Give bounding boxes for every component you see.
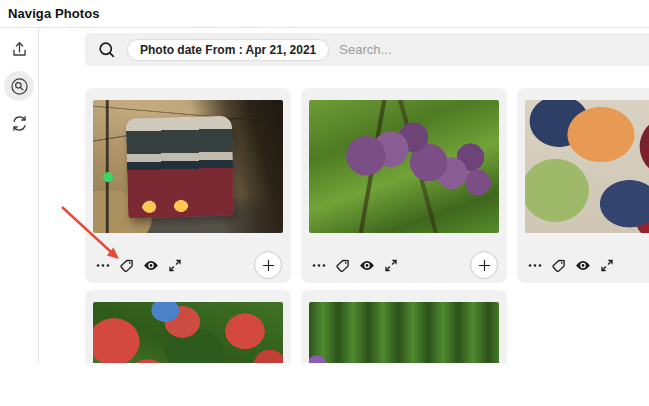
- tag-icon[interactable]: [335, 257, 351, 273]
- add-button[interactable]: [470, 251, 498, 279]
- app-body: Photo date From : Apr 21, 2021: [0, 28, 649, 363]
- photo-grid: [85, 88, 649, 363]
- expand-icon[interactable]: [599, 257, 615, 273]
- photo-thumbnail[interactable]: [309, 100, 499, 233]
- add-button[interactable]: [254, 251, 282, 279]
- sidebar-item-upload[interactable]: [4, 34, 34, 64]
- search-input[interactable]: [339, 42, 649, 57]
- more-options-icon[interactable]: [95, 257, 111, 273]
- photo-card: [301, 290, 507, 363]
- more-options-icon[interactable]: [527, 257, 543, 273]
- sidebar-item-refresh[interactable]: [4, 108, 34, 138]
- photo-thumbnail[interactable]: [93, 302, 283, 363]
- search-icon: [97, 40, 117, 60]
- photo-card: [85, 88, 291, 283]
- photo-card: [301, 88, 507, 283]
- page-title: Naviga Photos: [8, 6, 100, 21]
- photo-thumbnail[interactable]: [309, 302, 499, 363]
- sidebar-rail: [0, 28, 39, 363]
- photo-thumbnail[interactable]: [525, 100, 649, 233]
- filter-chip-photo-date[interactable]: Photo date From : Apr 21, 2021: [127, 39, 329, 61]
- app-window: Naviga Photos: [0, 0, 649, 406]
- card-action-bar: [93, 251, 282, 279]
- card-action-bar: [309, 251, 498, 279]
- sidebar-item-search[interactable]: [4, 71, 34, 101]
- photo-card: [85, 290, 291, 363]
- refresh-icon: [10, 114, 29, 133]
- preview-eye-icon[interactable]: [359, 257, 375, 273]
- more-options-icon[interactable]: [311, 257, 327, 273]
- preview-eye-icon[interactable]: [575, 257, 591, 273]
- search-bar: Photo date From : Apr 21, 2021: [85, 33, 649, 66]
- app-header: Naviga Photos: [0, 0, 649, 28]
- expand-icon[interactable]: [383, 257, 399, 273]
- card-action-bar: [525, 251, 649, 279]
- upload-icon: [10, 40, 29, 59]
- preview-eye-icon[interactable]: [143, 257, 159, 273]
- expand-icon[interactable]: [167, 257, 183, 273]
- photo-card: [517, 88, 649, 283]
- tag-icon[interactable]: [551, 257, 567, 273]
- tag-icon[interactable]: [119, 257, 135, 273]
- plus-icon: [261, 258, 276, 273]
- search-circle-icon: [9, 76, 30, 97]
- photo-thumbnail[interactable]: [93, 100, 283, 233]
- plus-icon: [477, 258, 492, 273]
